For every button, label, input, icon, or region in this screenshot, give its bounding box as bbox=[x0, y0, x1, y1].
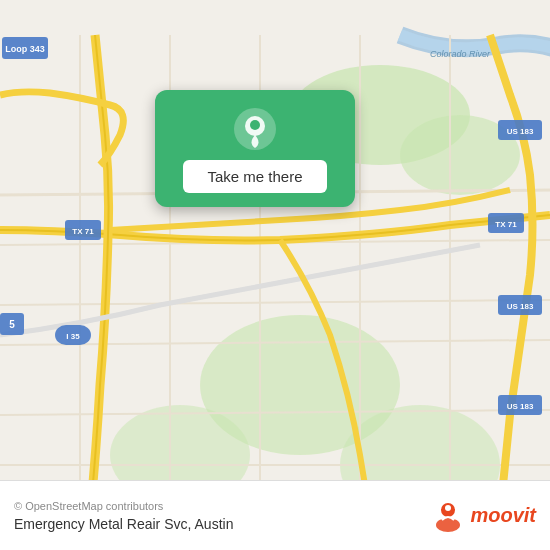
svg-line-7 bbox=[0, 300, 550, 305]
bottom-bar: © OpenStreetMap contributors Emergency M… bbox=[0, 480, 550, 550]
svg-text:5: 5 bbox=[9, 319, 15, 330]
take-me-there-button[interactable]: Take me there bbox=[183, 160, 326, 193]
location-pin-icon bbox=[234, 108, 276, 150]
svg-point-35 bbox=[250, 120, 260, 130]
svg-text:US 183: US 183 bbox=[507, 402, 534, 411]
place-name: Emergency Metal Reair Svc, Austin bbox=[14, 516, 233, 532]
moovit-icon bbox=[432, 500, 464, 532]
moovit-label: moovit bbox=[470, 504, 536, 527]
svg-text:TX 71: TX 71 bbox=[495, 220, 517, 229]
svg-text:US 183: US 183 bbox=[507, 302, 534, 311]
bottom-left: © OpenStreetMap contributors Emergency M… bbox=[14, 500, 233, 532]
map-container: Loop 343 TX 71 I 35 US 183 TX 71 US 183 … bbox=[0, 0, 550, 550]
moovit-logo: moovit bbox=[432, 500, 536, 532]
svg-text:Colorado River: Colorado River bbox=[430, 49, 491, 59]
svg-point-38 bbox=[445, 505, 451, 511]
svg-text:US 183: US 183 bbox=[507, 127, 534, 136]
attribution-text: © OpenStreetMap contributors bbox=[14, 500, 233, 512]
svg-text:I 35: I 35 bbox=[66, 332, 80, 341]
svg-point-36 bbox=[436, 518, 460, 532]
svg-text:TX 71: TX 71 bbox=[72, 227, 94, 236]
location-card: Take me there bbox=[155, 90, 355, 207]
svg-text:Loop 343: Loop 343 bbox=[5, 44, 45, 54]
map-svg: Loop 343 TX 71 I 35 US 183 TX 71 US 183 … bbox=[0, 0, 550, 550]
